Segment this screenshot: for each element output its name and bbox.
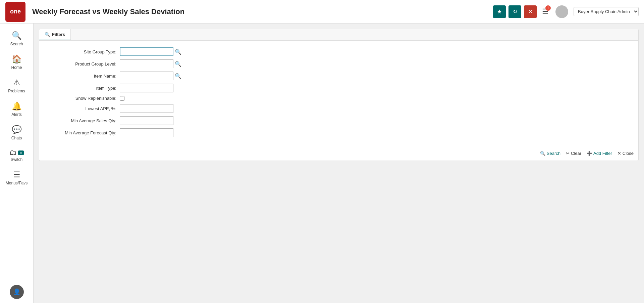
sidebar-item-problems[interactable]: ⚠ Problems xyxy=(0,74,33,97)
logo: one xyxy=(5,2,25,22)
filter-row-item-type: Item Type: xyxy=(46,84,632,92)
site-group-type-label: Site Group Type: xyxy=(46,49,120,54)
close-action-icon: ✕ xyxy=(618,151,621,156)
sidebar-item-home-label: Home xyxy=(11,65,22,70)
avatar-icon: 👤 xyxy=(13,288,20,296)
notification-badge: 1 xyxy=(545,5,551,11)
user-avatar-sidebar[interactable]: 👤 xyxy=(10,285,24,299)
user-avatar xyxy=(555,5,568,18)
add-filter-link[interactable]: ➕ Add Filter xyxy=(587,151,612,156)
user-role-select[interactable]: Buyer Supply Chain Admin xyxy=(574,7,639,16)
sidebar-item-menus-label: Menus/Favs xyxy=(6,181,28,185)
filter-panel: 🔍 Filters Site Group Type: 🔍 Product Gro… xyxy=(39,29,639,161)
warning-icon: ⚠ xyxy=(13,78,20,87)
site-group-type-input[interactable] xyxy=(120,47,173,56)
menu-icon[interactable]: ☰ 1 xyxy=(542,7,549,16)
header: one Weekly Forecast vs Weekly Sales Devi… xyxy=(0,0,644,24)
page-title: Weekly Forecast vs Weekly Sales Deviatio… xyxy=(32,7,493,16)
item-name-input[interactable] xyxy=(120,72,173,80)
add-filter-icon: ➕ xyxy=(587,151,592,156)
filter-row-product-group-level: Product Group Level: 🔍 xyxy=(46,59,632,68)
min-avg-sales-qty-input[interactable] xyxy=(120,116,173,125)
close-link[interactable]: ✕ Close xyxy=(618,151,634,156)
sidebar-bottom: 👤 xyxy=(10,285,24,303)
filter-row-item-name: Item Name: 🔍 xyxy=(46,72,632,80)
min-avg-sales-qty-label: Min Average Sales Qty: xyxy=(46,118,120,123)
sidebar-item-switch-label: Switch xyxy=(11,157,22,162)
item-type-label: Item Type: xyxy=(46,86,120,91)
filter-tab-filters[interactable]: 🔍 Filters xyxy=(39,29,71,40)
close-button[interactable]: ✕ xyxy=(524,5,537,18)
search-link[interactable]: 🔍 Search xyxy=(540,151,560,156)
item-name-lookup-button[interactable]: 🔍 xyxy=(175,73,181,79)
lowest-ape-label: Lowest APE, %: xyxy=(46,106,120,111)
min-avg-forecast-qty-label: Min Average Forecast Qty: xyxy=(46,130,120,135)
sidebar-item-menus[interactable]: ☰ Menus/Favs xyxy=(0,166,33,189)
bell-icon: 🔔 xyxy=(12,101,22,111)
filter-body: Site Group Type: 🔍 Product Group Level: … xyxy=(39,41,638,161)
product-group-level-input[interactable] xyxy=(120,59,173,68)
content-area: 🔍 Filters Site Group Type: 🔍 Product Gro… xyxy=(34,24,644,303)
main-layout: 🔍 Search 🏠 Home ⚠ Problems 🔔 Alerts 💬 Ch… xyxy=(0,24,644,303)
product-group-level-label: Product Group Level: xyxy=(46,61,120,67)
search-action-icon: 🔍 xyxy=(540,151,545,156)
lowest-ape-input[interactable] xyxy=(120,104,173,113)
filter-row-min-avg-forecast-qty: Min Average Forecast Qty: xyxy=(46,128,632,137)
filter-icon: 🔍 xyxy=(45,32,50,37)
min-avg-forecast-qty-input[interactable] xyxy=(120,128,173,137)
home-icon: 🏠 xyxy=(12,54,22,64)
clear-link[interactable]: ✂ Clear xyxy=(566,151,581,156)
sidebar-item-search[interactable]: 🔍 Search xyxy=(0,27,33,50)
switch-icons: 🗂 ≡ xyxy=(9,148,23,157)
filter-row-lowest-ape: Lowest APE, %: xyxy=(46,104,632,113)
switch-icon: 🗂 xyxy=(9,148,17,157)
favorite-button[interactable]: ★ xyxy=(493,5,506,18)
show-replenishable-checkbox[interactable] xyxy=(120,96,124,101)
item-type-input[interactable] xyxy=(120,84,173,92)
filter-actions: 🔍 Search ✂ Clear ➕ Add Filter ✕ Close xyxy=(540,151,634,156)
sidebar-item-alerts[interactable]: 🔔 Alerts xyxy=(0,97,33,121)
filter-row-min-avg-sales-qty: Min Average Sales Qty: xyxy=(46,116,632,125)
chat-icon: 💬 xyxy=(12,125,22,134)
sidebar-item-alerts-label: Alerts xyxy=(11,112,22,117)
menu-favs-icon: ☰ xyxy=(13,170,20,179)
sidebar-item-switch[interactable]: 🗂 ≡ Switch xyxy=(0,144,33,166)
filter-tab-bar: 🔍 Filters xyxy=(39,29,638,41)
clear-action-icon: ✂ xyxy=(566,151,570,156)
sidebar-item-search-label: Search xyxy=(10,42,23,46)
sidebar-item-chats-label: Chats xyxy=(11,136,22,140)
show-replenishable-label: Show Replenishable: xyxy=(46,96,120,101)
refresh-button[interactable]: ↻ xyxy=(508,5,521,18)
filter-row-site-group-type: Site Group Type: 🔍 xyxy=(46,47,632,56)
site-group-type-lookup-button[interactable]: 🔍 xyxy=(175,49,181,55)
item-name-label: Item Name: xyxy=(46,74,120,79)
search-icon: 🔍 xyxy=(12,31,22,40)
product-group-level-lookup-button[interactable]: 🔍 xyxy=(175,61,181,67)
sidebar: 🔍 Search 🏠 Home ⚠ Problems 🔔 Alerts 💬 Ch… xyxy=(0,24,34,303)
header-actions: ★ ↻ ✕ ☰ 1 Buyer Supply Chain Admin xyxy=(493,5,639,18)
user-role-dropdown[interactable]: Buyer Supply Chain Admin xyxy=(574,7,639,16)
sidebar-item-home[interactable]: 🏠 Home xyxy=(0,50,33,74)
filter-row-show-replenishable: Show Replenishable: xyxy=(46,96,632,101)
sidebar-item-chats[interactable]: 💬 Chats xyxy=(0,121,33,144)
sidebar-item-problems-label: Problems xyxy=(8,89,25,93)
switch-badge: ≡ xyxy=(18,150,23,155)
